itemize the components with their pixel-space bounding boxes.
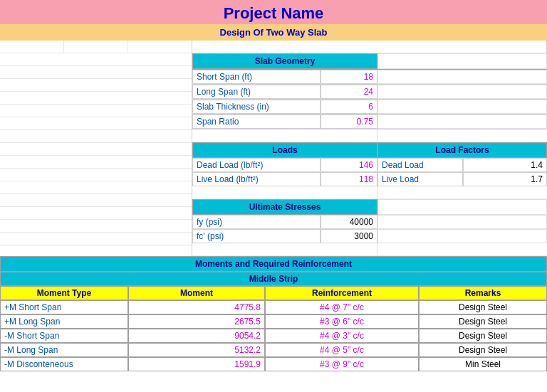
mreinf-1: #3 @ 6" c/c bbox=[265, 314, 419, 329]
moment-row-4: -M Disconteneous 1591.9 #3 @ 9" c/c Min … bbox=[0, 357, 547, 371]
loads-row-1: Live Load (lb/ft²) 118 Live Load 1.7 bbox=[192, 172, 547, 186]
moments-main-header: Moments and Required Reinforcement bbox=[0, 256, 547, 272]
moments-strip-header: Middle Strip bbox=[0, 272, 547, 286]
col-header-reinf: Reinforcement bbox=[265, 286, 419, 300]
moment-row-1: +M Long Span 2675.5 #3 @ 6" c/c Design S… bbox=[0, 314, 547, 329]
lf-value-0: 1.4 bbox=[463, 158, 547, 172]
subtitle: Design Of Two Way Slab bbox=[0, 27, 547, 38]
col-header-remarks: Remarks bbox=[419, 286, 547, 300]
lf-label-0: Dead Load bbox=[377, 158, 463, 172]
stress-row-0: fy (psi) 40000 bbox=[192, 215, 547, 229]
mvalue-0: 4775.8 bbox=[128, 300, 265, 314]
col-header-type: Moment Type bbox=[0, 286, 128, 300]
mvalue-3: 5132.2 bbox=[128, 343, 265, 357]
top-section: Slab Geometry Short Span (ft) 18 Long Sp… bbox=[0, 41, 547, 256]
page-wrapper: Project Name Design Of Two Way Slab bbox=[0, 0, 547, 371]
loads-row-0: Dead Load (lb/ft²) 146 Dead Load 1.4 bbox=[192, 158, 547, 172]
stress-label-1: fc' (psi) bbox=[192, 229, 321, 243]
slab-value-0: 18 bbox=[321, 70, 377, 84]
slab-row-0: Short Span (ft) 18 bbox=[192, 70, 547, 85]
slab-label-2: Slab Thickness (in) bbox=[192, 100, 321, 114]
col-header-moment: Moment bbox=[128, 286, 265, 300]
slab-label-0: Short Span (ft) bbox=[192, 70, 321, 84]
mreinf-3: #4 @ 5" c/c bbox=[265, 343, 419, 357]
stress-value-1: 3000 bbox=[321, 229, 377, 243]
mreinf-2: #4 @ 3" c/c bbox=[265, 329, 419, 343]
mtype-4: -M Disconteneous bbox=[0, 357, 128, 371]
stress-row-1: fc' (psi) 3000 bbox=[192, 229, 547, 243]
stress-label-0: fy (psi) bbox=[192, 215, 321, 229]
slab-geometry-header: Slab Geometry bbox=[192, 53, 377, 69]
mtype-1: +M Long Span bbox=[0, 314, 128, 329]
mtype-2: -M Short Span bbox=[0, 329, 128, 343]
slab-value-1: 24 bbox=[321, 85, 377, 99]
mvalue-1: 2675.5 bbox=[128, 314, 265, 329]
mvalue-4: 1591.9 bbox=[128, 357, 265, 371]
mremark-2: Design Steel bbox=[419, 329, 547, 343]
load-value-1: 118 bbox=[321, 172, 377, 186]
lf-label-1: Live Load bbox=[377, 172, 463, 186]
left-empty-cols bbox=[0, 41, 192, 256]
mremark-0: Design Steel bbox=[419, 300, 547, 314]
mremark-4: Min Steel bbox=[419, 357, 547, 371]
header-title-row: Project Name bbox=[0, 0, 547, 24]
slab-value-3: 0.75 bbox=[321, 115, 377, 129]
moment-row-0: +M Short Span 4775.8 #4 @ 7" c/c Design … bbox=[0, 300, 547, 314]
moments-section: Moments and Required Reinforcement Middl… bbox=[0, 256, 547, 371]
moment-row-3: -M Long Span 5132.2 #4 @ 5" c/c Design S… bbox=[0, 343, 547, 357]
mremark-1: Design Steel bbox=[419, 314, 547, 329]
slab-geometry-section: Slab Geometry Short Span (ft) 18 Long Sp… bbox=[192, 53, 547, 142]
load-label-0: Dead Load (lb/ft²) bbox=[192, 158, 321, 172]
mreinf-0: #4 @ 7" c/c bbox=[265, 300, 419, 314]
project-name: Project Name bbox=[0, 4, 547, 23]
header-subtitle-row: Design Of Two Way Slab bbox=[0, 24, 547, 41]
mtype-0: +M Short Span bbox=[0, 300, 128, 314]
mvalue-2: 9054.2 bbox=[128, 329, 265, 343]
mtype-3: -M Long Span bbox=[0, 343, 128, 357]
moments-col-headers: Moment Type Moment Reinforcement Remarks bbox=[0, 286, 547, 300]
slab-row-3: Span Ratio 0.75 bbox=[192, 115, 547, 129]
slab-row-1: Long Span (ft) 24 bbox=[192, 85, 547, 100]
loads-section: Loads Load Factors Dead Load (lb/ft²) 14… bbox=[192, 142, 547, 199]
load-value-0: 146 bbox=[321, 158, 377, 172]
stress-value-0: 40000 bbox=[321, 215, 377, 229]
mremark-3: Design Steel bbox=[419, 343, 547, 357]
lf-value-1: 1.7 bbox=[463, 172, 547, 186]
loads-header: Loads bbox=[192, 142, 377, 158]
slab-label-3: Span Ratio bbox=[192, 115, 321, 129]
moment-row-2: -M Short Span 9054.2 #4 @ 3" c/c Design … bbox=[0, 329, 547, 343]
slab-value-2: 6 bbox=[321, 100, 377, 114]
slab-label-1: Long Span (ft) bbox=[192, 85, 321, 99]
stresses-header: Ultimate Stresses bbox=[192, 199, 377, 215]
stresses-section: Ultimate Stresses fy (psi) 40000 fc' (ps… bbox=[192, 199, 547, 256]
slab-row-2: Slab Thickness (in) 6 bbox=[192, 100, 547, 115]
mreinf-4: #3 @ 9" c/c bbox=[265, 357, 419, 371]
load-label-1: Live Load (lb/ft²) bbox=[192, 172, 321, 186]
load-factors-header: Load Factors bbox=[377, 142, 547, 158]
middle-content: Slab Geometry Short Span (ft) 18 Long Sp… bbox=[192, 41, 547, 256]
